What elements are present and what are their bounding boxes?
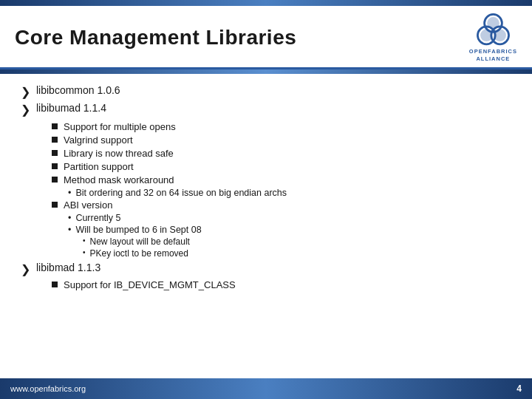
list-item: Support for multiple opens <box>52 121 511 132</box>
abi-sub-sub-list: • New layout will be default • PKey ioct… <box>83 236 511 259</box>
list-item: Library is now thread safe <box>52 148 511 159</box>
header: Core Management Libraries OPENFABRICS AL… <box>0 6 532 69</box>
dot-icon: • <box>68 213 71 223</box>
will-be-bumped-label: Will be bumped to 6 in Sept 08 <box>75 225 201 235</box>
list-item: Partition support <box>52 161 511 172</box>
list-item: Support for IB_DEVICE_MGMT_CLASS <box>52 279 511 290</box>
dot-icon: • <box>83 248 86 256</box>
method-mask-label: Method mask workaround <box>64 174 174 185</box>
new-layout-label: New layout will be default <box>90 236 190 247</box>
list-item: Valgrind support <box>52 134 511 146</box>
bit-ordering-label: Bit ordering and 32 on 64 issue on big e… <box>75 188 287 198</box>
square-bullet-icon <box>52 202 58 208</box>
logo-text: OPENFABRICS ALLIANCE <box>469 48 517 63</box>
dot-icon: • <box>68 225 71 235</box>
list-item: • Bit ordering and 32 on 64 issue on big… <box>68 188 511 198</box>
libibmad-sub-list: Support for IB_DEVICE_MGMT_CLASS <box>52 279 511 290</box>
square-bullet-icon <box>52 150 58 156</box>
logo: OPENFABRICS ALLIANCE <box>469 13 517 63</box>
ib-device-mgmt-label: Support for IB_DEVICE_MGMT_CLASS <box>64 279 236 290</box>
list-item: ❯ libibumad 1.1.4 <box>21 102 511 117</box>
abi-version-item: ABI version <box>52 200 511 211</box>
svg-point-3 <box>487 17 499 30</box>
footer-url: www.openfabrics.org <box>10 384 86 393</box>
sub-item-label: Valgrind support <box>64 134 133 146</box>
square-bullet-icon <box>52 282 58 287</box>
footer: www.openfabrics.org 4 <box>0 378 532 399</box>
currently-5-label: Currently 5 <box>75 213 120 223</box>
sub-list: Support for multiple opens Valgrind supp… <box>52 121 511 259</box>
sub-item-label: Support for multiple opens <box>64 121 176 132</box>
list-item: • PKey ioctl to be removed <box>83 248 511 259</box>
list-item: • Will be bumped to 6 in Sept 08 <box>68 225 511 235</box>
list-item: ❯ libibmad 1.1.3 <box>21 262 511 276</box>
arrow-icon: ❯ <box>21 103 30 117</box>
arrow-icon: ❯ <box>21 262 30 276</box>
dot-icon: • <box>83 236 86 245</box>
footer-page-number: 4 <box>516 383 522 394</box>
square-bullet-icon <box>52 177 58 183</box>
arrow-icon: ❯ <box>21 85 30 99</box>
pkey-ioctl-label: PKey ioctl to be removed <box>90 248 188 259</box>
square-bullet-icon <box>52 163 58 169</box>
logo-icon <box>473 13 514 47</box>
main-content: ❯ libibcommon 1.0.6 ❯ libibumad 1.1.4 Su… <box>0 74 532 301</box>
libibumad-label: libibumad 1.1.4 <box>36 102 106 114</box>
sub-sub-list: • Bit ordering and 32 on 64 issue on big… <box>68 188 511 198</box>
sub-item-label: Library is now thread safe <box>64 148 174 159</box>
svg-point-5 <box>494 30 506 41</box>
list-item: ❯ libibcommon 1.0.6 <box>21 84 511 99</box>
list-item: • Currently 5 <box>68 213 511 223</box>
abi-sub-list: • Currently 5 • Will be bumped to 6 in S… <box>68 213 511 259</box>
svg-point-4 <box>480 30 493 41</box>
dot-icon: • <box>68 188 71 198</box>
abi-version-label: ABI version <box>64 200 112 211</box>
list-item: • New layout will be default <box>83 236 511 247</box>
square-bullet-icon <box>52 123 58 129</box>
sub-item-label: Partition support <box>64 161 134 172</box>
top-bar <box>0 0 532 6</box>
list-item: Method mask workaround <box>52 174 511 185</box>
libibmad-label: libibmad 1.1.3 <box>36 262 100 273</box>
libibcommon-label: libibcommon 1.0.6 <box>36 84 120 96</box>
square-bullet-icon <box>52 137 58 143</box>
page-title: Core Management Libraries <box>15 26 296 50</box>
